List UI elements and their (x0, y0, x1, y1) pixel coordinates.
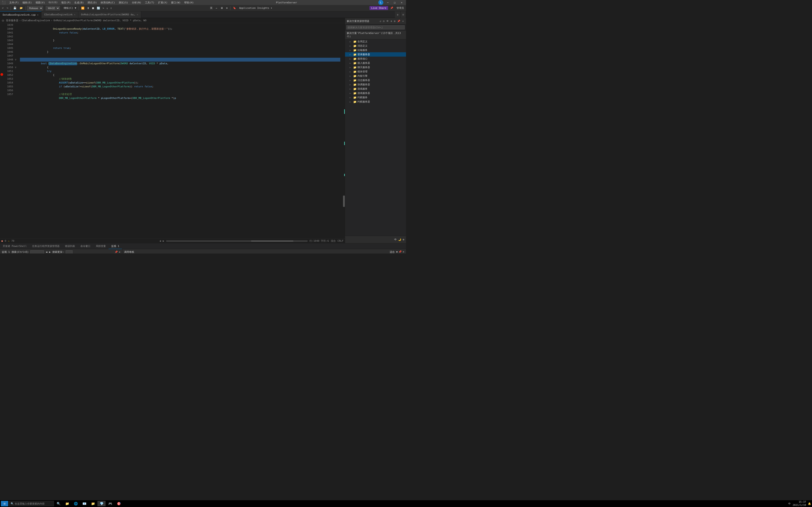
maximize-button[interactable]: □ (392, 1, 397, 5)
code-lines[interactable]: OnLogonDisposeReady(dwContextID, LB_ERRO… (18, 23, 342, 238)
tree-item-youxi2[interactable]: ▷ 📁 游戏服务器 (345, 91, 406, 95)
menu-tools[interactable]: 工具(T) (144, 0, 155, 5)
sync-icon[interactable]: ↺ (379, 19, 382, 23)
play-button[interactable]: ⏩ (80, 6, 86, 10)
tab-watch1[interactable]: 监视 1 (108, 243, 122, 249)
pin-callstack[interactable]: 📌 (399, 250, 402, 253)
menu-edit[interactable]: 编辑(E) (21, 0, 33, 5)
search-depth-input[interactable] (66, 250, 72, 254)
tree-item-neihe[interactable]: ▷ 📁 内核引擎 (345, 74, 406, 78)
menu-git[interactable]: Git(G) (48, 0, 59, 5)
display-icon[interactable]: 🖥 (219, 6, 224, 10)
new-tab-button[interactable]: + (395, 11, 401, 18)
tree-item-yueqi1[interactable]: ▷ 📁 约棋服务 (345, 95, 406, 100)
step-over[interactable]: ↷ (101, 6, 105, 10)
nav-back-watch[interactable]: ◀ (46, 250, 47, 253)
tab-2-close[interactable]: ✕ (137, 13, 138, 16)
step-out[interactable]: ↑ (109, 6, 113, 10)
menu-view[interactable]: 视图(V) (35, 0, 46, 5)
tab-error-list[interactable]: 错误列表 (62, 243, 78, 249)
footer-icon-1[interactable]: 🌙 (398, 238, 401, 241)
tab-0-close[interactable]: ✕ (37, 13, 39, 16)
tree-item-mokuai[interactable]: ▷ 📁 模块管理 (345, 69, 406, 74)
tree-item-jieru[interactable]: ▷ 📁 接入服务器 (345, 61, 406, 65)
configuration-select[interactable]: Release (27, 6, 43, 10)
save-button[interactable]: 💾 (12, 6, 18, 10)
breadcrumb-class[interactable]: CDataBaseEngineSink (21, 19, 50, 22)
nav-forward[interactable]: ▶ (163, 239, 164, 242)
manage-button[interactable]: 管理员 (395, 6, 405, 10)
tree-item-xietiao[interactable]: ▷ 📁 协调服务器 (345, 82, 406, 87)
tab-0[interactable]: DataBaseEngineSink.cpp ✕ (0, 11, 42, 18)
menu-ext[interactable]: 扩展(X) (157, 0, 168, 5)
user-avatar[interactable]: L (378, 0, 383, 5)
split-editor-button[interactable]: ⊡ (401, 11, 406, 18)
close-panel-icon[interactable]: ✕ (402, 19, 404, 23)
close-button[interactable]: ✕ (399, 1, 404, 5)
tab-1[interactable]: CDataBaseEngineSink ✕ (42, 11, 79, 18)
tree-item-quanjudinyi[interactable]: ▷ 📁 全局定义 (345, 39, 406, 44)
solution-search-input[interactable] (346, 25, 405, 30)
minimize-button[interactable]: ─ (385, 1, 390, 5)
tab-powershell[interactable]: 开发者 PowerShell (0, 243, 30, 249)
application-insights[interactable]: Application Insights ▾ (238, 6, 273, 10)
open-button[interactable]: 📂 (18, 6, 24, 10)
breadcrumb-method[interactable]: OnMobileLogonOtherPlatform(DWORD dwConte… (53, 19, 147, 22)
live-share-button[interactable]: Live Share (369, 6, 388, 10)
menu-project[interactable]: 项目(P) (60, 0, 71, 5)
continue-button[interactable]: 继续(C) ▼ (62, 6, 77, 10)
tree-item-yueqi2[interactable]: ▷ 📁 约棋服务器 (345, 100, 406, 104)
pin-panel-icon[interactable]: 📌 (397, 19, 401, 23)
settings-icon[interactable]: ⚙ (225, 6, 229, 10)
pen-icon[interactable]: ✏️ (214, 6, 218, 10)
menu-help[interactable]: 帮助(H) (183, 0, 195, 5)
tree-item-liaotian[interactable]: ▷ 📁 聊天服务器 (345, 65, 406, 69)
menu-build[interactable]: 生成(B) (73, 0, 85, 5)
tree-item-fuwuhexin[interactable]: ▷ 📁 服务核心 (345, 57, 406, 61)
footer-icon-2[interactable]: ⚙ (403, 238, 404, 241)
redo-button[interactable]: ↪ (6, 6, 9, 10)
nav-forward-watch[interactable]: ▶ (49, 250, 51, 253)
pause-button[interactable]: ⏸ (86, 6, 90, 10)
ime-mode[interactable]: 中 (394, 238, 397, 241)
close-watch[interactable]: ✕ (119, 250, 120, 253)
platform-select[interactable]: Win32 (46, 6, 60, 10)
bookmark-button[interactable]: 🔖 (232, 6, 237, 10)
show-all-icon[interactable]: 👁 (386, 19, 389, 23)
editor-scrollbar[interactable] (342, 23, 345, 238)
close-callstack[interactable]: ✕ (403, 250, 404, 253)
horizontal-scrollbar-thumb[interactable] (251, 240, 293, 242)
stop-button[interactable]: ⏹ (91, 6, 95, 10)
menu-test[interactable]: 测试(S) (118, 0, 129, 5)
menu-analyze[interactable]: 分析(N) (131, 0, 142, 5)
undo-button[interactable]: ↩ (1, 6, 5, 10)
menu-file[interactable]: 文件(F) (8, 0, 20, 5)
menu-debug[interactable]: 调试(D) (87, 0, 98, 5)
menu-window[interactable]: 窗口(W) (170, 0, 182, 5)
tree-arrow-5: ▷ (350, 62, 352, 64)
filter-icon[interactable]: ⊕ (390, 19, 393, 23)
tree-item-rizhi[interactable]: ▷ 📁 日志服务器 (345, 78, 406, 82)
lang-switch[interactable]: 英 (209, 6, 214, 10)
tab-locals[interactable]: 局部变量 (93, 243, 108, 249)
nav-back[interactable]: ◀ (159, 239, 161, 242)
menu-arch[interactable]: 体系结构(C) (100, 0, 116, 5)
fit-label[interactable]: 适合 ▼ (390, 250, 398, 253)
properties-icon[interactable]: ⊞ (394, 19, 396, 23)
code-container[interactable]: 1039 1040 1041 1042 1043 1044 1045 1046 … (0, 23, 345, 238)
watch-search-input[interactable] (30, 250, 44, 254)
scrollbar-thumb[interactable] (343, 195, 345, 207)
tab-1-close[interactable]: ✕ (74, 13, 75, 16)
tree-item-denglu[interactable]: ▷ 📁 登录服务器 (345, 52, 406, 57)
tab-2[interactable]: OnMobileLogonOtherPlatform(DWORD dwConte… (79, 11, 141, 18)
tree-item-xiaoxidinyi[interactable]: ▷ 📁 消息定义 (345, 44, 406, 48)
pin-watch[interactable]: 📌 (115, 250, 118, 253)
tree-item-youxi1[interactable]: ▷ 📁 游戏服务 (345, 87, 406, 91)
pin-button[interactable]: 📌 (389, 6, 395, 10)
collapse-all-icon[interactable]: ⊟ (383, 19, 385, 23)
tree-item-biyufuwu[interactable]: ▷ 📁 比喻服务 (345, 48, 406, 52)
tab-task-runner[interactable]: 任务运行程序资源管理器 (30, 243, 62, 249)
tab-command[interactable]: 命令窗口 (78, 243, 93, 249)
step-into[interactable]: ↓ (106, 6, 109, 10)
restart-button[interactable]: 🔄 (96, 6, 101, 10)
